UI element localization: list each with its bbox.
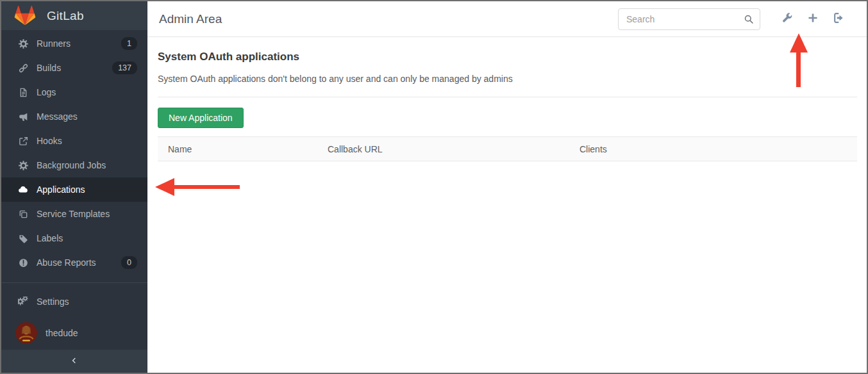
plus-icon[interactable] — [800, 8, 826, 29]
gear-icon — [18, 160, 28, 170]
gitlab-admin-window: GitLab Runners 1 Builds 137 — [0, 0, 868, 374]
cloud-icon — [18, 184, 28, 195]
section-heading: System OAuth applications — [158, 51, 857, 63]
annotation-arrow-wrench-head — [790, 33, 808, 53]
sidebar-item-messages[interactable]: Messages — [1, 104, 147, 129]
sidebar-item-user-profile[interactable]: thedude — [1, 316, 147, 350]
runners-count-badge: 1 — [121, 37, 137, 50]
top-header-bar: Admin Area — [147, 1, 867, 37]
link-icon — [18, 63, 28, 73]
sidebar-item-hooks[interactable]: Hooks — [1, 129, 147, 153]
table-header-row: Name Callback URL Clients — [158, 137, 857, 161]
annotation-arrow-applications-head — [155, 178, 174, 196]
exclamation-circle-icon — [18, 257, 28, 268]
sidebar-item-settings[interactable]: Settings — [1, 289, 147, 314]
username-label: thedude — [46, 328, 78, 338]
sidebar-item-label: Labels — [37, 233, 137, 243]
sidebar-item-background-jobs[interactable]: Background Jobs — [1, 153, 147, 177]
new-application-button[interactable]: New Application — [158, 108, 244, 128]
page-title: Admin Area — [159, 12, 222, 26]
main-content: System OAuth applications System OAuth a… — [147, 37, 867, 373]
column-header-name: Name — [158, 137, 317, 161]
sidebar-item-label: Runners — [37, 38, 121, 49]
sidebar-item-applications[interactable]: Applications — [1, 177, 147, 202]
external-link-icon — [18, 136, 28, 146]
section-divider — [158, 97, 857, 97]
sidebar-item-label: Service Templates — [37, 209, 137, 219]
sidebar-item-labels[interactable]: Labels — [1, 226, 147, 250]
sidebar-item-logs[interactable]: Logs — [1, 80, 147, 104]
file-icon — [18, 87, 28, 97]
sidebar-item-label: Applications — [37, 184, 137, 195]
sidebar-item-label: Logs — [37, 87, 137, 97]
sidebar-divider — [1, 282, 147, 283]
column-header-clients: Clients — [569, 137, 857, 161]
sidebar-item-label: Abuse Reports — [37, 257, 121, 268]
sidebar-item-label: Messages — [37, 111, 137, 122]
chevron-left-icon — [70, 356, 79, 367]
column-header-callback-url: Callback URL — [317, 137, 569, 161]
tag-icon — [18, 233, 28, 243]
gears-icon — [18, 297, 28, 307]
brand-name: GitLab — [47, 9, 84, 23]
annotation-arrow-applications-shaft — [173, 185, 240, 189]
sidebar-item-service-templates[interactable]: Service Templates — [1, 202, 147, 226]
sidebar-item-label: Background Jobs — [37, 160, 137, 170]
sidebar-nav: Runners 1 Builds 137 Logs Messa — [1, 31, 147, 275]
search-box — [618, 8, 760, 30]
oauth-applications-table: Name Callback URL Clients — [158, 136, 857, 161]
sign-out-icon[interactable] — [826, 8, 851, 29]
gitlab-logo-icon — [14, 5, 36, 26]
bullhorn-icon — [18, 111, 28, 122]
sidebar-collapse-button[interactable] — [1, 350, 147, 373]
avatar — [15, 322, 37, 344]
annotation-arrow-wrench-shaft — [796, 51, 801, 87]
section-description: System OAuth applications don't belong t… — [158, 74, 857, 84]
gear-icon — [18, 38, 28, 49]
wrench-icon[interactable] — [774, 8, 800, 29]
sidebar-item-label: Settings — [37, 297, 137, 307]
sidebar-item-label: Hooks — [37, 136, 137, 146]
abuse-reports-count-badge: 0 — [121, 256, 137, 269]
sidebar-item-abuse-reports[interactable]: Abuse Reports 0 — [1, 250, 147, 275]
copy-icon — [18, 209, 28, 219]
sidebar-item-runners[interactable]: Runners 1 — [1, 31, 147, 56]
builds-count-badge: 137 — [112, 61, 137, 74]
sidebar: GitLab Runners 1 Builds 137 — [1, 1, 147, 373]
brand-header[interactable]: GitLab — [1, 1, 147, 30]
sidebar-item-builds[interactable]: Builds 137 — [1, 56, 147, 80]
search-input[interactable] — [618, 8, 760, 30]
search-icon — [744, 14, 754, 27]
sidebar-item-label: Builds — [37, 63, 112, 73]
